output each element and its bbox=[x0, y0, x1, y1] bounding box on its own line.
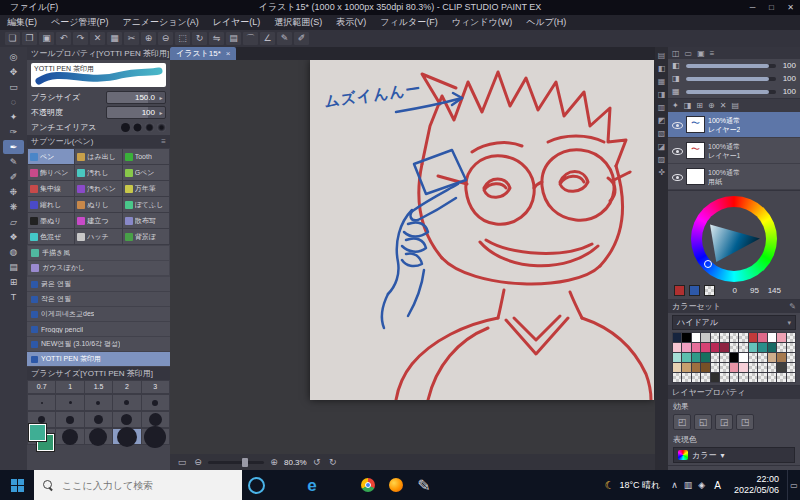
canvas-document[interactable]: ムズイんんー bbox=[310, 60, 654, 400]
subtool-item[interactable]: 背景ぼ bbox=[123, 229, 169, 244]
layer-row[interactable]: 〜100%通常レイヤー1 bbox=[668, 138, 800, 164]
fill-tool[interactable]: ◍ bbox=[3, 245, 24, 259]
subtool-list-item[interactable]: NEW연필 (3.10/6각 평성) bbox=[27, 337, 170, 352]
color-swatch[interactable] bbox=[768, 353, 776, 362]
search-input[interactable] bbox=[60, 479, 214, 492]
color-swatch[interactable] bbox=[768, 373, 776, 382]
brush-tool[interactable]: ✐ bbox=[3, 170, 24, 184]
color-swatch[interactable] bbox=[673, 333, 681, 342]
rotate-view-icon[interactable]: ↻ bbox=[192, 32, 207, 45]
color-swatch[interactable] bbox=[768, 363, 776, 372]
color-swatch[interactable] bbox=[730, 333, 738, 342]
history-panel-icon[interactable]: ▥ bbox=[658, 103, 666, 113]
layer-command-icon[interactable]: ⊕ bbox=[708, 101, 715, 110]
color-swatch[interactable] bbox=[711, 343, 719, 352]
color-swatch[interactable] bbox=[730, 373, 738, 382]
layer-row[interactable]: 〜100%通常レイヤー2 bbox=[668, 112, 800, 138]
color-swatch[interactable] bbox=[682, 373, 690, 382]
rotate-left-icon[interactable]: ↺ bbox=[311, 457, 323, 467]
subtool-item[interactable]: 手描き風 bbox=[28, 246, 169, 260]
brush-size-cell[interactable] bbox=[56, 429, 83, 444]
antialias-none-option[interactable] bbox=[121, 123, 130, 132]
subtool-item[interactable]: Tooth bbox=[123, 149, 169, 164]
fit-screen-icon[interactable]: ⬚ bbox=[175, 32, 190, 45]
param-value-slider[interactable]: 100▸ bbox=[106, 106, 166, 119]
airbrush-tool[interactable]: ❉ bbox=[3, 185, 24, 199]
effect-button[interactable]: ◰ bbox=[673, 414, 691, 430]
taskbar-clock[interactable]: 22:00 2022/05/06 bbox=[726, 470, 787, 500]
new-file-icon[interactable]: ❏ bbox=[5, 32, 20, 45]
text-tool[interactable]: T bbox=[3, 290, 24, 304]
color-swatch[interactable] bbox=[682, 353, 690, 362]
panel-tab-icon[interactable]: ◫ bbox=[672, 49, 680, 58]
brush-size-cell[interactable] bbox=[113, 395, 140, 410]
rotate-right-icon[interactable]: ↻ bbox=[327, 457, 339, 467]
antialias-middle-option[interactable] bbox=[145, 123, 154, 132]
material-panel-icon[interactable]: ◩ bbox=[658, 116, 666, 126]
taskbar-app-file-explorer[interactable] bbox=[326, 470, 354, 500]
close-button[interactable]: ✕ bbox=[781, 0, 800, 15]
layer-command-icon[interactable]: ✕ bbox=[720, 101, 727, 110]
brush-size-cell[interactable] bbox=[113, 429, 140, 444]
taskbar-app-edge[interactable]: e bbox=[298, 470, 326, 500]
correction-curve-icon[interactable]: ✐ bbox=[294, 32, 309, 45]
brush-size-value[interactable]: 0.7 bbox=[28, 381, 55, 393]
color-set-select[interactable]: ハイドアル ▾ bbox=[672, 315, 796, 330]
subtool-item[interactable]: ペン bbox=[28, 149, 74, 164]
color-swatch[interactable] bbox=[673, 353, 681, 362]
brush-size-cell[interactable] bbox=[56, 412, 83, 427]
layer-command-icon[interactable]: ⊞ bbox=[696, 101, 703, 110]
tone-panel-icon[interactable]: ◪ bbox=[658, 142, 666, 152]
brush-size-cell[interactable] bbox=[56, 395, 83, 410]
gradient-tool[interactable]: ▤ bbox=[3, 260, 24, 274]
color-swatch[interactable] bbox=[711, 333, 719, 342]
color-swatch[interactable] bbox=[758, 373, 766, 382]
subtool-item[interactable]: 色混ぜ bbox=[28, 229, 74, 244]
layer-command-icon[interactable]: ✦ bbox=[672, 101, 679, 110]
open-file-icon[interactable]: ❐ bbox=[22, 32, 37, 45]
zoom-in-icon[interactable]: ⊕ bbox=[141, 32, 156, 45]
canvas-viewport[interactable]: ムズイんんー bbox=[170, 60, 655, 454]
color-swatch[interactable] bbox=[787, 373, 795, 382]
menubar-item[interactable]: 編集(E) bbox=[0, 16, 44, 29]
taskbar-app-clip-studio[interactable]: ✎ bbox=[410, 470, 438, 500]
effect-button[interactable]: ◳ bbox=[736, 414, 754, 430]
effect-button[interactable]: ◲ bbox=[715, 414, 733, 430]
visibility-eye-icon[interactable] bbox=[671, 145, 683, 157]
color-swatch[interactable] bbox=[730, 363, 738, 372]
subtool-item[interactable]: ハッチ bbox=[75, 229, 121, 244]
subtool-item[interactable]: 汚れペン bbox=[75, 181, 121, 196]
menu-file[interactable]: ファイル(F) bbox=[0, 1, 68, 14]
value-slider[interactable] bbox=[686, 64, 776, 68]
color-swatch[interactable] bbox=[692, 363, 700, 372]
color-swatch[interactable] bbox=[739, 333, 747, 342]
transparent-color-chip[interactable] bbox=[704, 285, 715, 296]
menubar-item[interactable]: 選択範囲(S) bbox=[267, 16, 329, 29]
operation-tool[interactable]: ▭ bbox=[3, 80, 24, 94]
color-swatch[interactable] bbox=[692, 353, 700, 362]
subtool-item[interactable]: 散布写 bbox=[123, 213, 169, 228]
zoom-slider[interactable] bbox=[208, 461, 264, 464]
antialias-weak-option[interactable] bbox=[133, 123, 142, 132]
subtool-list-item[interactable]: 굵은 연필 bbox=[27, 277, 170, 292]
color-swatch[interactable] bbox=[711, 353, 719, 362]
layer-command-icon[interactable]: ▤ bbox=[731, 101, 739, 110]
undo-icon[interactable]: ↶ bbox=[56, 32, 71, 45]
color-swatch[interactable] bbox=[749, 333, 757, 342]
flip-horizontal-icon[interactable]: ⇋ bbox=[209, 32, 224, 45]
subtool-list-item[interactable]: 작은 연필 bbox=[27, 292, 170, 307]
redo-icon[interactable]: ↷ bbox=[73, 32, 88, 45]
taskbar-weather[interactable]: ☾ 18°C 晴れ bbox=[598, 470, 668, 500]
saturation-value-triangle[interactable] bbox=[709, 216, 761, 263]
pencil-tool[interactable]: ✎ bbox=[3, 155, 24, 169]
brush-size-value[interactable]: 2 bbox=[113, 381, 140, 393]
decoration-tool[interactable]: ❋ bbox=[3, 200, 24, 214]
color-swatch[interactable] bbox=[787, 333, 795, 342]
tray-icon[interactable]: ∧ bbox=[671, 480, 678, 490]
subtool-item[interactable]: 建立つ bbox=[75, 213, 121, 228]
color-swatch[interactable] bbox=[739, 373, 747, 382]
subtool-item[interactable]: ぼてふし bbox=[123, 197, 169, 212]
color-swatch[interactable] bbox=[749, 343, 757, 352]
timeline-panel-icon[interactable]: ✜ bbox=[658, 168, 665, 178]
selection-tool[interactable]: ◌ bbox=[3, 95, 24, 109]
